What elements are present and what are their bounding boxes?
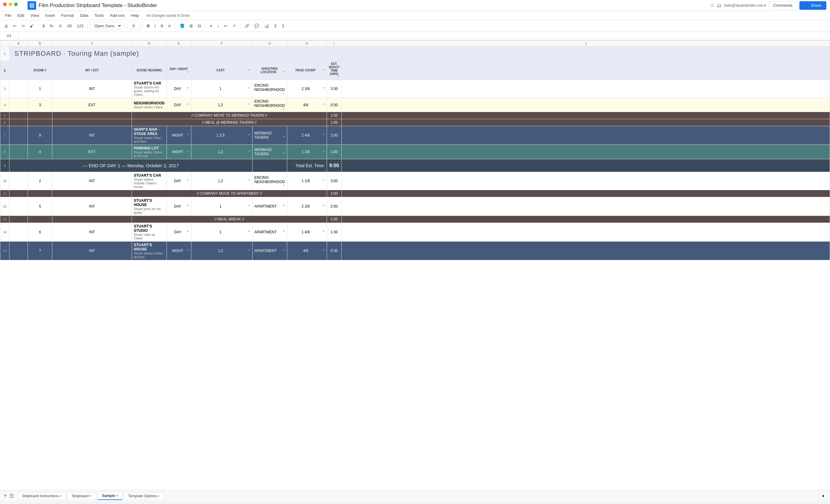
int-ext-12[interactable]: INT xyxy=(52,197,132,216)
table-row[interactable]: 12 5 INT STUART'S HOUSE Stuart jams on h… xyxy=(0,197,830,216)
dropdown-pg-12[interactable]: ▼ xyxy=(322,204,325,207)
dropdown-cast-12[interactable]: ▼ xyxy=(248,204,250,207)
cast-1[interactable]: 1▼ xyxy=(191,80,252,98)
location-1[interactable]: ENCINO NEIGHBORHOOD▼ xyxy=(252,80,287,98)
merge-button[interactable]: ⊟ xyxy=(196,23,203,29)
dropdown-arrow-day[interactable]: ▼ xyxy=(187,71,189,73)
day-night-10[interactable]: DAY▼ xyxy=(166,172,191,190)
int-ext-1[interactable]: INT xyxy=(52,80,132,98)
spreadsheet-container[interactable]: A B C D E F G H I J 1 STRIPBOARD · Touri… xyxy=(0,40,830,490)
dropdown-dn-12[interactable]: ▼ xyxy=(187,204,189,207)
scene-num-15[interactable]: 7 xyxy=(28,242,52,260)
scene-heading-15[interactable]: STUART'S HOUSE Stuart shows Claire aroun… xyxy=(132,242,167,260)
tab-sample[interactable]: Sample ▾ xyxy=(97,492,123,500)
table-row[interactable]: 3 1 INT STUART'S CAR Stuart sturms his g… xyxy=(0,80,830,98)
decimal-button[interactable]: .0 xyxy=(56,23,63,29)
font-size-input[interactable] xyxy=(127,22,139,29)
dropdown-arrow-cast[interactable]: ▼ xyxy=(248,69,250,71)
redo-button[interactable]: ↪ xyxy=(20,23,27,29)
spreadsheet-title[interactable]: STRIPBOARD · Touring Man (sample) xyxy=(9,46,342,61)
dropdown-cast-7[interactable]: ▼ xyxy=(248,133,250,136)
dropdown-cast-4[interactable]: ▼ xyxy=(248,103,250,106)
col-header-j[interactable]: J xyxy=(342,41,830,46)
tab-stripboard[interactable]: Stripboard ▾ xyxy=(67,492,96,500)
menu-file[interactable]: File xyxy=(2,12,14,19)
dropdown-pg-4[interactable]: ▼ xyxy=(322,103,325,106)
menu-data[interactable]: Data xyxy=(77,12,91,19)
menu-format[interactable]: Format xyxy=(59,12,76,19)
est-time-10[interactable]: 3:00 xyxy=(327,172,342,190)
minimize-button[interactable] xyxy=(8,2,12,6)
scene-heading-1[interactable]: STUART'S CAR Stuart sturms his guitar, w… xyxy=(132,80,167,98)
tab-stripboard-instructions[interactable]: Stripboard Instructions ▾ xyxy=(18,492,66,500)
share-button[interactable]: 👤 Share xyxy=(799,1,826,10)
col-header-g[interactable]: G xyxy=(252,41,287,46)
col-header-f[interactable]: F xyxy=(191,41,252,46)
scene-heading-7[interactable]: SKIPP'S BAR - STAGE AREA Stuart meets To… xyxy=(132,126,167,145)
folder-icon[interactable]: 🗂 xyxy=(717,3,722,8)
dropdown-loc-12[interactable]: ▼ xyxy=(283,204,285,207)
table-row[interactable]: 4 3 EXT NEIGHBORHOOD Stuart meets Claire… xyxy=(0,98,830,112)
day-night-8[interactable]: NIGHT▼ xyxy=(166,145,191,159)
dropdown-1[interactable]: ▼ xyxy=(187,87,189,89)
dropdown-cast-8[interactable]: ▼ xyxy=(248,150,250,153)
wrap-button[interactable]: ↩ xyxy=(222,23,229,29)
table-row[interactable]: 8 4 EXT PARKING LOT Stuart walks Claire … xyxy=(0,145,830,159)
cast-15[interactable]: 1,2▼ xyxy=(191,242,252,260)
dropdown-loc-10[interactable]: ▼ xyxy=(283,184,285,187)
col-header-d[interactable]: D xyxy=(132,41,167,46)
dropdown-dn-10[interactable]: ▼ xyxy=(187,179,189,182)
scene-num-4[interactable]: 3 xyxy=(28,98,52,112)
star-icon[interactable]: ☆ xyxy=(710,2,714,8)
dropdown-pg-8[interactable]: ▼ xyxy=(322,150,325,153)
dropdown-cast-15[interactable]: ▼ xyxy=(248,249,250,251)
dropdown-dn-15[interactable]: ▼ xyxy=(187,249,189,251)
text-color-button[interactable]: A xyxy=(166,23,173,29)
page-count-4[interactable]: 4/8▼ xyxy=(287,98,327,112)
page-count-10[interactable]: 1 1/8▼ xyxy=(287,172,327,190)
table-row[interactable]: 13 // MEAL BREAK // 1:00 xyxy=(0,216,830,223)
int-ext-10[interactable]: INT xyxy=(52,172,132,190)
menu-edit[interactable]: Edit xyxy=(15,12,27,19)
comments-button[interactable]: Comments xyxy=(768,1,797,9)
borders-button[interactable]: ⊞ xyxy=(188,23,195,29)
location-14[interactable]: APARTMENT▼ xyxy=(252,223,287,242)
scene-num-8[interactable]: 4 xyxy=(28,145,52,159)
est-time-1[interactable]: 3:30 xyxy=(327,80,342,98)
function-button[interactable]: Σ xyxy=(280,23,286,29)
col-header-b[interactable]: B xyxy=(28,41,52,46)
print-button[interactable]: 🖨 xyxy=(2,23,10,29)
col-header-c[interactable]: C xyxy=(52,41,132,46)
table-row[interactable]: 10 2 INT STUART'S CAR Stuart stakes outs… xyxy=(0,172,830,190)
dollar-button[interactable]: $ xyxy=(41,23,46,29)
add-sheet-button[interactable]: + xyxy=(2,492,8,500)
int-ext-14[interactable]: INT xyxy=(52,223,132,242)
est-time-4[interactable]: 0:30 xyxy=(327,98,342,112)
cast-14[interactable]: 1▼ xyxy=(191,223,252,242)
cast-7[interactable]: 1,3,5▼ xyxy=(191,126,252,145)
comment-button[interactable]: 💬 xyxy=(253,23,261,29)
cast-10[interactable]: 1,2▼ xyxy=(191,172,252,190)
menu-view[interactable]: View xyxy=(28,12,41,19)
day-night-12[interactable]: DAY▼ xyxy=(166,197,191,216)
decimal2-button[interactable]: .00 xyxy=(65,23,74,29)
cast-8[interactable]: 1,2▼ xyxy=(191,145,252,159)
scene-num-1[interactable]: 1 xyxy=(28,80,52,98)
table-row[interactable]: 15 7 INT STUART'S HOUSE Stuart shows Cla… xyxy=(0,242,830,260)
tab-template-options[interactable]: Template Options ▾ xyxy=(124,492,164,500)
dropdown-loc-1[interactable]: ▼ xyxy=(283,92,285,95)
location-8[interactable]: MERMAID TAVERN▼ xyxy=(252,145,287,159)
explore-button[interactable]: ✦ xyxy=(819,492,828,500)
col-header-a[interactable]: A xyxy=(9,41,28,46)
filter-button[interactable]: ⊻ xyxy=(272,23,279,29)
scene-heading-14[interactable]: STUART'S STUDIO Stuart calls up Claire xyxy=(132,223,167,242)
percent-button[interactable]: % xyxy=(48,23,55,29)
scene-num-10[interactable]: 2 xyxy=(28,172,52,190)
location-12[interactable]: APARTMENT▼ xyxy=(252,197,287,216)
dropdown-dn-14[interactable]: ▼ xyxy=(187,230,189,233)
page-count-12[interactable]: 2 2/8▼ xyxy=(287,197,327,216)
scene-heading-8[interactable]: PARKING LOT Stuart walks Claire to the c… xyxy=(132,145,167,159)
scene-heading-10[interactable]: STUART'S CAR Stuart stakes outside Clair… xyxy=(132,172,167,190)
dropdown-dn-8[interactable]: ▼ xyxy=(187,150,189,153)
page-count-8[interactable]: 1 1/8▼ xyxy=(287,145,327,159)
